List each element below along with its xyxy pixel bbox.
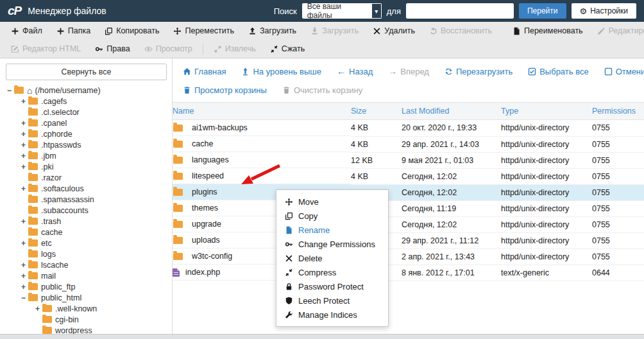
settings-button[interactable]: ⚙ Настройки bbox=[572, 3, 637, 19]
expand-icon[interactable]: + bbox=[19, 162, 28, 171]
table-row[interactable]: litespeed4 KBСегодня, 12:02httpd/unix-di… bbox=[173, 168, 644, 184]
nav-home[interactable]: Главная bbox=[183, 67, 226, 76]
expand-icon[interactable]: + bbox=[19, 184, 28, 193]
new-file-button[interactable]: Файл bbox=[4, 26, 49, 35]
search-scope-select[interactable]: Все ваши файлы ▾ bbox=[302, 3, 382, 19]
move-button[interactable]: Переместить bbox=[166, 26, 241, 35]
nav-back[interactable]: ←Назад bbox=[337, 67, 373, 76]
table-row[interactable]: upgradeСегодня, 12:02httpd/unix-director… bbox=[173, 216, 644, 232]
delete-button[interactable]: Удалить bbox=[366, 26, 422, 35]
tree-item[interactable]: +public_ftp bbox=[0, 281, 172, 292]
nav-up-one-level[interactable]: На уровень выше bbox=[241, 67, 321, 76]
context-menu-item-change-permissions[interactable]: Change Permissions bbox=[276, 237, 388, 251]
search-go-button[interactable]: Перейти bbox=[519, 3, 566, 19]
compress-button[interactable]: Сжать bbox=[263, 44, 312, 53]
column-header-size[interactable]: Size bbox=[351, 103, 402, 120]
tree-item[interactable]: +.cphorde bbox=[0, 128, 172, 139]
expand-icon[interactable]: + bbox=[19, 119, 28, 128]
table-row[interactable]: cache4 KB29 апр. 2021 г., 14:03httpd/uni… bbox=[173, 136, 644, 152]
column-header-type[interactable]: Type bbox=[501, 103, 592, 120]
permissions-button[interactable]: Права bbox=[88, 44, 137, 53]
collapse-icon[interactable]: − bbox=[5, 86, 13, 95]
expand-icon[interactable]: + bbox=[19, 261, 28, 270]
copy-button[interactable]: Копировать bbox=[97, 26, 166, 35]
tree-item[interactable]: +lscache bbox=[0, 259, 172, 270]
restore-button: Восстановить bbox=[422, 26, 499, 35]
expand-icon[interactable]: + bbox=[19, 141, 28, 150]
file-name: litespeed bbox=[192, 171, 224, 180]
collapse-all-button[interactable]: Свернуть все bbox=[6, 64, 167, 80]
nav-empty-trash-label: Очистить корзину bbox=[294, 85, 362, 95]
tree-item[interactable]: .cl.selector bbox=[0, 107, 172, 117]
tree-item[interactable]: cache bbox=[0, 227, 172, 238]
expand-icon[interactable]: + bbox=[19, 282, 28, 291]
new-folder-button[interactable]: Папка bbox=[49, 26, 97, 35]
file-name: index.php bbox=[185, 268, 220, 277]
tree-item[interactable]: +.softaculous bbox=[0, 183, 172, 194]
nav-select-all[interactable]: Выбрать все bbox=[528, 67, 588, 76]
context-menu-item-rename[interactable]: Rename bbox=[276, 223, 388, 237]
extract-icon bbox=[214, 45, 222, 53]
expand-icon[interactable]: + bbox=[33, 304, 42, 313]
tree-item[interactable]: cgi-bin bbox=[0, 314, 172, 325]
download-label: Загрузить bbox=[322, 26, 359, 35]
table-row[interactable]: uploads29 апр. 2021 г., 11:12httpd/unix-… bbox=[173, 232, 644, 248]
expand-icon[interactable]: + bbox=[19, 152, 28, 161]
tree-item[interactable]: −public_html bbox=[0, 292, 172, 303]
tree-item[interactable]: +.trash bbox=[0, 216, 172, 227]
expand-icon[interactable]: + bbox=[19, 239, 28, 248]
nav-view-trash[interactable]: Просмотр корзины bbox=[183, 85, 267, 95]
table-row[interactable]: themesСегодня, 11:19httpd/unix-directory… bbox=[173, 200, 644, 216]
nav-view-trash-label: Просмотр корзины bbox=[194, 85, 267, 95]
nav-reload[interactable]: Перезагрузить bbox=[445, 67, 513, 76]
expand-icon[interactable]: + bbox=[19, 97, 28, 106]
tree-item[interactable]: −⌂(/home/username) bbox=[0, 85, 172, 96]
context-menu-item-compress[interactable]: Compress bbox=[276, 265, 388, 279]
cell-type: httpd/unix-directory bbox=[501, 216, 592, 232]
upload-button[interactable]: Загрузить bbox=[241, 26, 303, 35]
home-icon: ⌂ bbox=[27, 86, 32, 95]
tree-item[interactable]: .spamassassin bbox=[0, 194, 172, 205]
tree-item[interactable]: +etc bbox=[0, 238, 172, 248]
tree-item[interactable]: logs bbox=[0, 248, 172, 259]
tree-item[interactable]: .razor bbox=[0, 172, 172, 183]
cell-size: 12 KB bbox=[351, 152, 402, 168]
table-row[interactable]: plugins4 KBСегодня, 12:02httpd/unix-dire… bbox=[173, 184, 644, 200]
tree-item[interactable]: +.jbm bbox=[0, 150, 172, 161]
trash-icon bbox=[183, 86, 191, 94]
context-menu-item-password-protect[interactable]: Password Protect bbox=[276, 279, 388, 293]
collapse-icon[interactable]: − bbox=[19, 293, 28, 302]
column-header-modified[interactable]: Last Modified bbox=[402, 103, 501, 120]
folder-icon bbox=[42, 316, 52, 323]
context-menu-item-manage-indices[interactable]: Manage Indices bbox=[276, 308, 388, 322]
tree-item-label: cgi-bin bbox=[55, 315, 79, 324]
tree-item[interactable]: wordpress bbox=[0, 325, 172, 334]
table-row[interactable]: languages12 KB9 мая 2021 г., 01:03httpd/… bbox=[173, 152, 644, 168]
search-input[interactable] bbox=[406, 3, 514, 19]
nav-unselect-all[interactable]: Отменить выбор всех bbox=[604, 67, 644, 76]
table-row[interactable]: ai1wm-backups4 KB20 окт. 2020 г., 19:33h… bbox=[173, 120, 644, 137]
view-label: Просмотр bbox=[156, 44, 192, 53]
tree-item[interactable]: +.well-known bbox=[0, 303, 172, 314]
table-row[interactable]: w3tc-config2 апр. 2021 г., 13:43httpd/un… bbox=[173, 248, 644, 265]
context-menu-item-delete[interactable]: Delete bbox=[276, 251, 388, 265]
tree-item[interactable]: +.htpasswds bbox=[0, 139, 172, 150]
tree-item[interactable]: +.cpanel bbox=[0, 117, 172, 128]
toolbar-separator bbox=[203, 43, 203, 55]
expand-icon[interactable]: + bbox=[19, 217, 28, 226]
column-header-name[interactable]: Name bbox=[173, 103, 351, 120]
tree-item[interactable]: +.cagefs bbox=[0, 96, 172, 107]
cell-type: httpd/unix-directory bbox=[501, 136, 592, 152]
tree-item[interactable]: +mail bbox=[0, 270, 172, 281]
context-menu-item-leech-protect[interactable]: Leech Protect bbox=[276, 293, 388, 308]
table-row[interactable]: index.php8 янв. 2012 г., 17:01text/x-gen… bbox=[173, 265, 644, 281]
rename-button[interactable]: Переименовать bbox=[505, 26, 590, 35]
tree-item[interactable]: .subaccounts bbox=[0, 205, 172, 216]
context-menu-item-move[interactable]: Move bbox=[276, 195, 388, 209]
expand-icon[interactable]: + bbox=[19, 272, 28, 281]
context-menu-item-copy[interactable]: Copy bbox=[276, 209, 388, 223]
column-header-permissions[interactable]: Permissions bbox=[592, 103, 644, 120]
folder-icon bbox=[42, 327, 52, 334]
tree-item[interactable]: +.pki bbox=[0, 161, 172, 172]
expand-icon[interactable]: + bbox=[19, 130, 28, 139]
